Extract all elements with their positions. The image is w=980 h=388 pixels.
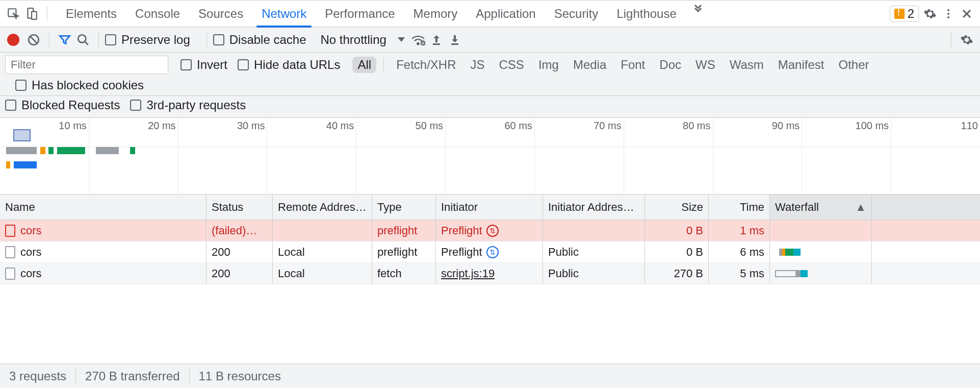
time-text: 5 ms	[740, 267, 764, 280]
inspect-element-icon[interactable]	[4, 5, 22, 23]
gear-icon[interactable]	[921, 5, 939, 23]
col-type[interactable]: Type	[372, 195, 436, 220]
type-text: preflight	[377, 224, 417, 237]
separator	[75, 369, 76, 383]
type-filter-manifest[interactable]: Manifest	[773, 57, 830, 73]
disable-cache-checkbox[interactable]: Disable cache	[213, 33, 306, 47]
filter-icon[interactable]	[56, 31, 74, 49]
more-tabs-icon[interactable]	[689, 1, 707, 19]
waterfall-cell	[770, 241, 872, 262]
tab-lighthouse[interactable]: Lighthouse	[607, 1, 685, 27]
tab-console[interactable]: Console	[126, 1, 189, 27]
type-filter-all[interactable]: All	[352, 57, 376, 73]
panel-tabs-bar: Elements Console Sources Network Perform…	[0, 1, 980, 27]
search-icon[interactable]	[74, 31, 92, 49]
overview-selection[interactable]	[13, 129, 31, 141]
separator	[951, 33, 951, 47]
tab-network[interactable]: Network	[252, 1, 316, 27]
device-toolbar-icon[interactable]	[22, 5, 41, 23]
table-row[interactable]: cors 200 Local preflight Preflight⇅ Publ…	[0, 241, 980, 263]
type-filter-doc[interactable]: Doc	[654, 57, 686, 73]
settings-gear-icon[interactable]	[958, 31, 976, 49]
svg-rect-10	[433, 43, 440, 45]
has-blocked-cookies-checkbox[interactable]: Has blocked cookies	[15, 78, 144, 92]
svg-point-9	[421, 41, 425, 45]
separator	[47, 7, 47, 21]
svg-point-5	[947, 16, 949, 18]
col-waterfall-extra[interactable]	[872, 195, 980, 220]
kebab-menu-icon[interactable]	[939, 5, 958, 23]
download-icon[interactable]	[446, 31, 464, 49]
separator	[189, 369, 190, 383]
separator	[49, 33, 49, 47]
type-filter-wasm[interactable]: Wasm	[725, 57, 769, 73]
tick-label: 60 ms	[504, 120, 532, 132]
tab-memory[interactable]: Memory	[404, 1, 467, 27]
tick-label: 90 ms	[772, 120, 800, 132]
network-conditions-icon[interactable]	[409, 31, 427, 49]
tab-security[interactable]: Security	[545, 1, 608, 27]
status-text: (failed)…	[212, 224, 257, 237]
type-filter-font[interactable]: Font	[615, 57, 650, 73]
overview-bars	[6, 147, 139, 154]
invert-checkbox[interactable]: Invert	[180, 58, 227, 72]
col-status[interactable]: Status	[207, 195, 273, 220]
type-filter-other[interactable]: Other	[833, 57, 874, 73]
initiator-link[interactable]: script.js:19	[441, 267, 495, 280]
svg-point-7	[78, 35, 86, 42]
tick-label: 100 ms	[856, 120, 889, 132]
issues-badge[interactable]: 2	[890, 6, 919, 22]
third-party-checkbox[interactable]: 3rd-party requests	[130, 98, 246, 112]
table-row[interactable]: cors (failed)… preflight Preflight⇅ 0 B …	[0, 220, 980, 241]
tab-elements[interactable]: Elements	[57, 1, 126, 27]
type-filter-img[interactable]: Img	[533, 57, 564, 73]
chevron-down-icon	[398, 37, 405, 42]
size-text: 0 B	[686, 224, 703, 237]
type-filter-media[interactable]: Media	[568, 57, 611, 73]
tab-sources[interactable]: Sources	[189, 1, 252, 27]
type-filter-ws[interactable]: WS	[690, 57, 720, 73]
filter-row: Invert Hide data URLs All Fetch/XHR JS C…	[0, 53, 980, 96]
type-text: fetch	[377, 267, 402, 280]
svg-rect-11	[451, 43, 458, 45]
table-row[interactable]: cors 200 Local fetch script.js:19 Public…	[0, 263, 980, 284]
blocked-requests-checkbox[interactable]: Blocked Requests	[5, 98, 120, 112]
tick-label: 70 ms	[594, 120, 621, 132]
col-initiator-address[interactable]: Initiator Addres…	[543, 195, 645, 220]
status-resources: 11 B resources	[199, 369, 281, 383]
col-name[interactable]: Name	[0, 195, 207, 220]
initiator-addr: Public	[548, 246, 579, 259]
tab-performance[interactable]: Performance	[316, 1, 404, 27]
network-table-body: cors (failed)… preflight Preflight⇅ 0 B …	[0, 220, 980, 363]
type-filter-css[interactable]: CSS	[494, 57, 529, 73]
overview-grid: 10 ms 20 ms 30 ms 40 ms 50 ms 60 ms 70 m…	[0, 118, 980, 194]
clear-icon[interactable]	[24, 31, 43, 49]
tick-label: 50 ms	[416, 120, 443, 132]
filter-input[interactable]	[5, 56, 168, 74]
file-icon	[5, 268, 15, 280]
col-size[interactable]: Size	[645, 195, 709, 220]
timeline-overview[interactable]: 10 ms 20 ms 30 ms 40 ms 50 ms 60 ms 70 m…	[0, 118, 980, 195]
network-table-header: Name Status Remote Addres… Type Initiato…	[0, 195, 980, 220]
hide-data-urls-checkbox[interactable]: Hide data URLs	[238, 58, 340, 72]
close-icon[interactable]	[958, 5, 976, 23]
tab-application[interactable]: Application	[467, 1, 545, 27]
file-icon	[5, 225, 15, 237]
type-filter-js[interactable]: JS	[466, 57, 490, 73]
throttling-select[interactable]: No throttling	[320, 33, 404, 47]
separator	[383, 58, 384, 72]
col-initiator[interactable]: Initiator	[436, 195, 543, 220]
preserve-log-checkbox[interactable]: Preserve log	[105, 33, 190, 47]
record-button[interactable]	[7, 34, 19, 46]
col-waterfall[interactable]: Waterfall▲	[770, 195, 872, 220]
remote-addr: Local	[278, 246, 305, 259]
svg-point-4	[947, 13, 949, 15]
initiator-text: Preflight	[441, 246, 482, 259]
initiator-text: Preflight	[441, 224, 482, 237]
warning-icon	[894, 9, 905, 19]
upload-icon[interactable]	[427, 31, 446, 49]
type-filter-fetchxhr[interactable]: Fetch/XHR	[391, 57, 461, 73]
col-time[interactable]: Time	[709, 195, 770, 220]
tick-label: 30 ms	[237, 120, 265, 132]
col-remote-address[interactable]: Remote Addres…	[273, 195, 372, 220]
